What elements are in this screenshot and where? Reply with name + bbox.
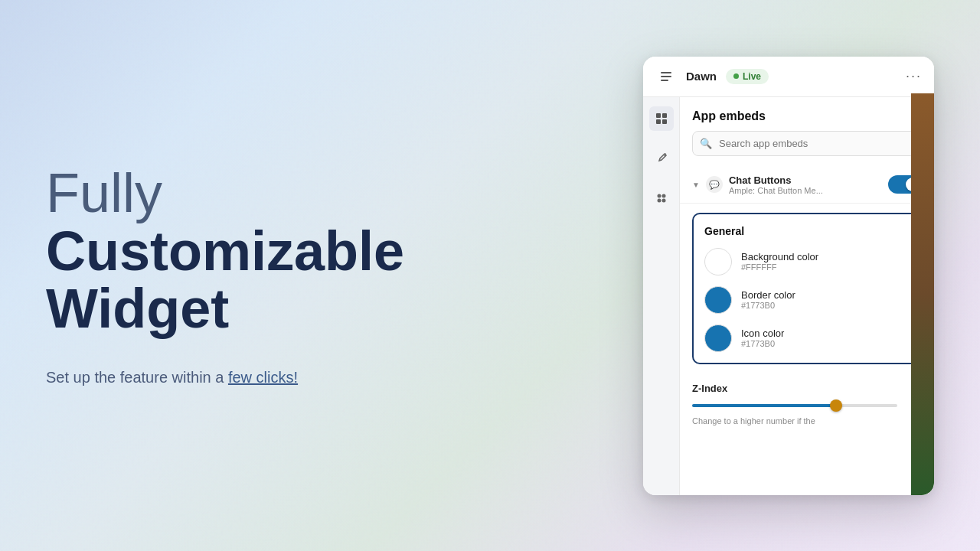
svg-rect-5 xyxy=(656,119,661,124)
color-row-border: Border color #1773B0 xyxy=(704,286,910,314)
back-icon[interactable] xyxy=(655,66,677,87)
svg-line-7 xyxy=(664,155,665,156)
border-color-info: Border color #1773B0 xyxy=(741,289,795,310)
color-row-background: Background color #FFFFFF xyxy=(704,248,910,276)
main-content: App embeds 🔍 ▼ 💬 Chat Buttons Ample: Cha… xyxy=(680,97,934,495)
chat-info: Chat Buttons Ample: Chat Button Me... xyxy=(729,174,882,195)
left-panel: Fully Customizable Widget Set up the fea… xyxy=(46,165,544,386)
chat-buttons-row: ▼ 💬 Chat Buttons Ample: Chat Button Me..… xyxy=(680,167,934,204)
sidebar-icon-grid[interactable] xyxy=(649,106,674,131)
window-body: App embeds 🔍 ▼ 💬 Chat Buttons Ample: Cha… xyxy=(643,97,934,495)
search-bar: 🔍 xyxy=(692,131,922,156)
headline-light: Fully xyxy=(46,165,544,223)
chat-icon: 💬 xyxy=(706,176,723,193)
border-color-swatch[interactable] xyxy=(704,286,732,314)
icon-color-name: Icon color xyxy=(741,328,784,339)
background-color-swatch[interactable] xyxy=(704,248,732,276)
subtitle-link[interactable]: few clicks! xyxy=(228,369,298,386)
svg-point-8 xyxy=(657,194,661,197)
svg-rect-6 xyxy=(662,119,667,124)
svg-rect-0 xyxy=(661,72,671,73)
live-label: Live xyxy=(743,71,761,82)
chat-buttons-title: Chat Buttons xyxy=(729,174,882,186)
color-row-icon: Icon color #1773B0 xyxy=(704,324,910,352)
chat-buttons-subtitle: Ample: Chat Button Me... xyxy=(729,186,882,195)
icon-color-info: Icon color #1773B0 xyxy=(741,328,784,348)
shopify-window: Dawn Live ··· xyxy=(643,57,934,495)
svg-point-10 xyxy=(657,198,661,202)
border-color-name: Border color xyxy=(741,289,795,301)
icon-color-hex: #1773B0 xyxy=(741,339,784,348)
sidebar-icon-customize[interactable] xyxy=(649,146,674,171)
border-color-hex: #1773B0 xyxy=(741,301,795,310)
panel-title: App embeds xyxy=(680,97,934,131)
slider-thumb[interactable] xyxy=(830,399,842,412)
z-index-label: Z-Index xyxy=(692,383,922,394)
svg-rect-3 xyxy=(656,113,661,118)
general-title: General xyxy=(704,225,910,237)
headline-bold: Customizable Widget xyxy=(46,223,544,338)
svg-rect-4 xyxy=(662,113,667,118)
z-index-section: Z-Index 20 Change to a higher number if … xyxy=(680,373,934,433)
live-badge: Live xyxy=(726,69,769,84)
right-panel: Dawn Live ··· xyxy=(643,57,934,495)
general-panel: General Background color #FFFFFF Bor xyxy=(692,213,922,364)
window-header: Dawn Live ··· xyxy=(643,57,934,97)
icon-color-swatch[interactable] xyxy=(704,324,732,352)
background-color-info: Background color #FFFFFF xyxy=(741,251,818,272)
svg-point-11 xyxy=(662,198,665,202)
background-color-name: Background color xyxy=(741,251,818,262)
slider-track[interactable] xyxy=(692,404,897,407)
search-input[interactable] xyxy=(692,131,922,156)
sidebar-icon-apps[interactable] xyxy=(649,186,674,210)
svg-rect-1 xyxy=(661,76,671,77)
right-edge-decoration xyxy=(911,93,934,495)
page: Fully Customizable Widget Set up the fea… xyxy=(0,0,980,551)
headline: Fully Customizable Widget xyxy=(46,165,544,338)
chevron-icon[interactable]: ▼ xyxy=(692,181,700,189)
store-name: Dawn xyxy=(686,70,717,83)
svg-rect-2 xyxy=(661,80,668,81)
z-index-hint: Change to a higher number if the xyxy=(692,416,922,425)
slider-row: 20 xyxy=(692,400,922,412)
live-dot xyxy=(733,73,739,79)
sidebar xyxy=(643,97,680,495)
svg-point-9 xyxy=(662,194,665,197)
subtitle: Set up the feature within a few clicks! xyxy=(46,369,544,386)
background-color-hex: #FFFFFF xyxy=(741,262,818,272)
dots-menu[interactable]: ··· xyxy=(906,68,922,84)
search-icon: 🔍 xyxy=(700,138,712,149)
